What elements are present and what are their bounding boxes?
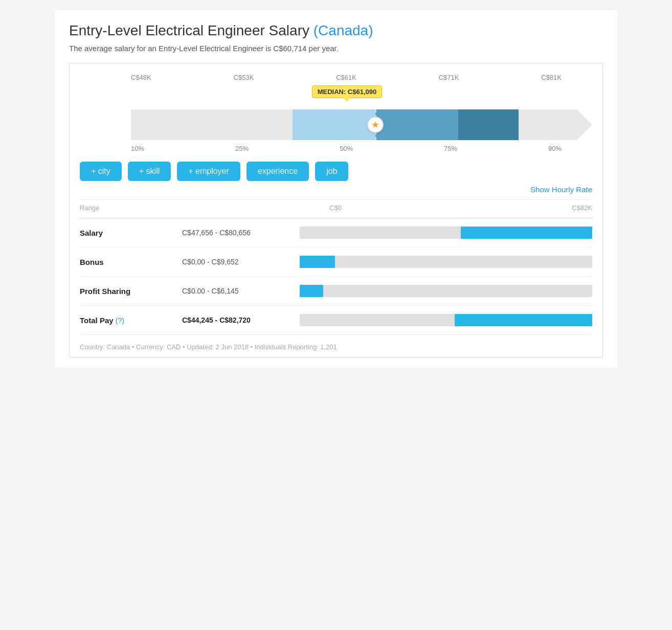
title-country: (Canada) [313,22,373,38]
arrow-bar-container: ★ [80,107,592,143]
city-button[interactable]: + city [80,162,122,181]
salary-range: C$47,656 - C$80,656 [182,229,300,237]
axis-min: C$0 [329,204,342,212]
employer-button[interactable]: + employer [177,162,240,181]
salary-label-2: C$61K [336,74,356,81]
page-title: Entry-Level Electrical Engineer Salary (… [69,22,603,39]
salary-labels: C$48K C$53K C$61K C$71K C$81K [131,74,562,84]
profit-sharing-label: Profit Sharing [80,287,182,296]
data-rows: Salary C$47,656 - C$80,656 Bonus C$0.00 … [80,218,592,335]
salary-label-1: C$53K [234,74,254,81]
total-pay-range: C$44,245 - C$82,720 [182,316,300,324]
meta-footer: Country: Canada • Currency: CAD • Update… [80,335,592,357]
pct-10: 10% [131,145,144,152]
bar-seg-75-90 [458,109,518,140]
bonus-label-row: Bonus [80,258,182,266]
bonus-bar-container [300,256,592,268]
salary-row: Salary C$47,656 - C$80,656 [80,218,592,248]
experience-button[interactable]: experience [247,162,309,181]
job-button[interactable]: job [315,162,348,181]
skill-button[interactable]: + skill [128,162,171,181]
bar-seg-50-75 [375,109,458,140]
profit-sharing-row: Profit Sharing C$0.00 - C$6,145 [80,277,592,306]
star-icon: ★ [371,119,379,130]
axis-max: C$82K [572,204,592,212]
bonus-range: C$0.00 - C$9,652 [182,258,300,266]
arrow-bar: ★ [131,109,592,140]
bar-seg-25-50 [293,109,375,140]
main-container: Entry-Level Electrical Engineer Salary (… [55,10,617,368]
salary-bar-fill [461,227,592,239]
profit-sharing-range: C$0.00 - C$6,145 [182,287,300,295]
show-hourly-link[interactable]: Show Hourly Rate [530,185,592,194]
total-pay-bar-container [300,314,592,326]
salary-label-4: C$81K [541,74,562,81]
pct-25: 25% [235,145,249,152]
total-pay-bar-fill [455,314,592,326]
total-pay-row: Total Pay (?) C$44,245 - C$82,720 [80,306,592,335]
median-star-marker: ★ [367,117,384,133]
range-label: Range [80,204,99,212]
profit-sharing-bar-container [300,285,592,297]
median-tooltip: MEDIAN: C$61,090 [312,85,383,98]
range-axis: Range C$0 C$82K [80,199,592,218]
salary-label-row: Salary [80,229,182,237]
filter-buttons: + city + skill + employer experience job [80,162,592,181]
pct-75: 75% [444,145,457,152]
question-mark[interactable]: (?) [116,317,124,325]
salary-label-3: C$71K [439,74,459,81]
pct-50: 50% [340,145,353,152]
pct-labels: 10% 25% 50% 75% 90% [131,143,562,152]
chart-box: C$48K C$53K C$61K C$71K C$81K MEDIAN: C$… [69,63,603,357]
profit-sharing-bar-fill [300,285,323,297]
pct-90: 90% [548,145,562,152]
show-hourly-container: Show Hourly Rate [80,185,592,194]
subtitle: The average salary for an Entry-Level El… [69,44,603,53]
title-main: Entry-Level Electrical Engineer Salary [69,22,309,38]
bonus-row: Bonus C$0.00 - C$9,652 [80,248,592,277]
median-tooltip-area: MEDIAN: C$61,090 [131,84,562,107]
total-pay-label: Total Pay (?) [80,316,182,325]
bonus-bar-fill [300,256,335,268]
salary-bar-container [300,227,592,239]
salary-label-0: C$48K [131,74,151,81]
